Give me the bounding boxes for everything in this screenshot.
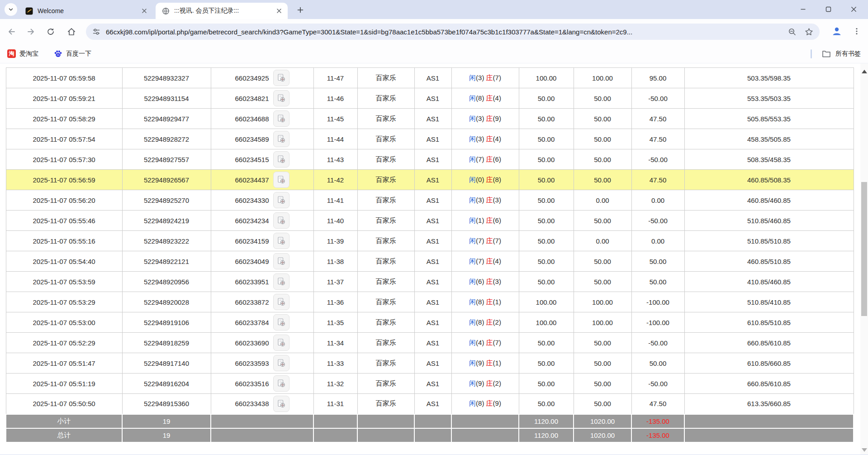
table-row: 2025-11-07 05:53:00522948919106660233784… xyxy=(6,312,854,333)
bookmark-star-icon[interactable] xyxy=(805,28,813,36)
cell-game-type: 百家乐 xyxy=(357,374,414,394)
cell-bet-id: 522948920956 xyxy=(122,272,211,292)
browser-toolbar: 66cxkj98.com/ipl/portal.php/game/betreco… xyxy=(0,19,868,44)
game-id-text: 660234049 xyxy=(235,258,269,265)
page-scrollbar[interactable] xyxy=(860,63,868,455)
video-replay-button[interactable] xyxy=(273,314,289,330)
cell-time: 2025-11-07 05:53:59 xyxy=(6,272,122,292)
video-replay-button[interactable] xyxy=(273,90,289,106)
video-replay-button[interactable] xyxy=(273,172,289,188)
forward-button[interactable] xyxy=(23,24,39,40)
cell-bet-id: 522948919106 xyxy=(122,312,211,333)
tab-close-icon[interactable] xyxy=(140,7,148,15)
bookmarks-bar: 淘 爱淘宝 du 百度一下 所有书签 xyxy=(0,44,868,63)
game-id-text: 660233516 xyxy=(235,380,269,388)
all-bookmarks[interactable]: 所有书签 xyxy=(811,49,861,58)
video-replay-button[interactable] xyxy=(273,273,289,290)
banker-label: 庄 xyxy=(486,237,493,244)
video-replay-button[interactable] xyxy=(273,110,289,127)
tab-close-icon[interactable] xyxy=(275,7,283,15)
player-count: (8) xyxy=(476,318,486,326)
maximize-button[interactable] xyxy=(816,1,841,17)
video-replay-button[interactable] xyxy=(273,192,289,208)
cell-bet-amount: 50.00 xyxy=(519,272,574,292)
video-replay-icon xyxy=(276,277,286,287)
player-label: 闲 xyxy=(469,237,476,244)
cell-bet-detail: 闲(7) 庄(4) xyxy=(451,251,519,272)
minimize-button[interactable] xyxy=(790,1,816,17)
footer-count: 19 xyxy=(122,428,211,442)
video-replay-button[interactable] xyxy=(273,151,289,168)
cell-balance: 660.85/610.85 xyxy=(684,333,854,353)
cell-bet-detail: 闲(8) 庄(4) xyxy=(451,88,519,109)
profile-button[interactable] xyxy=(829,24,844,39)
tab-search-button[interactable] xyxy=(5,3,17,16)
player-label: 闲 xyxy=(469,278,476,285)
footer-empty xyxy=(211,428,313,442)
scroll-up-icon[interactable] xyxy=(862,70,867,73)
cell-bet-id: 522948917140 xyxy=(122,353,211,374)
cell-valid-amount: 0.00 xyxy=(574,190,631,211)
cell-valid-amount: 100.00 xyxy=(574,292,631,312)
video-replay-button[interactable] xyxy=(273,70,289,86)
video-replay-button[interactable] xyxy=(273,253,289,269)
tab-betrecord[interactable]: :::视讯. 会员下注纪录::: xyxy=(156,3,288,19)
video-replay-button[interactable] xyxy=(273,335,289,351)
cell-table: AS1 xyxy=(414,170,451,190)
reload-button[interactable] xyxy=(43,24,59,40)
footer-valid-amount: 1020.00 xyxy=(574,428,631,442)
cell-period: 11-39 xyxy=(313,231,357,251)
bookmarks-divider xyxy=(811,49,812,58)
cell-bet-amount: 50.00 xyxy=(519,88,574,109)
video-replay-button[interactable] xyxy=(273,375,289,392)
new-tab-button[interactable] xyxy=(295,5,306,15)
game-id-text: 660234159 xyxy=(235,237,269,245)
video-replay-button[interactable] xyxy=(273,294,289,310)
player-label: 闲 xyxy=(469,176,476,183)
cell-period: 11-32 xyxy=(313,374,357,394)
cell-game-id: 660234159 xyxy=(211,231,313,251)
menu-button[interactable] xyxy=(849,24,864,39)
table-row: 2025-11-07 05:51:47522948917140660233593… xyxy=(6,353,854,374)
banker-count: (9) xyxy=(493,115,501,122)
cell-time: 2025-11-07 05:51:19 xyxy=(6,374,122,394)
tune-icon[interactable] xyxy=(92,28,100,36)
zoom-out-icon[interactable] xyxy=(788,28,797,36)
scroll-down-icon[interactable] xyxy=(862,448,867,452)
cell-table: AS1 xyxy=(414,333,451,353)
url-text[interactable]: 66cxkj98.com/ipl/portal.php/game/betreco… xyxy=(106,28,783,36)
bookmark-baidu[interactable]: du 百度一下 xyxy=(52,48,93,60)
close-window-button[interactable] xyxy=(841,1,866,17)
bet-records-table: 2025-11-07 05:59:58522948932327660234925… xyxy=(5,67,854,443)
player-count: (9) xyxy=(476,359,486,367)
cell-game-id: 660233951 xyxy=(211,272,313,292)
game-id-text: 660234925 xyxy=(235,74,269,82)
scrollbar-thumb[interactable] xyxy=(861,182,867,316)
bookmark-label: 百度一下 xyxy=(66,50,91,58)
cell-game-id: 660233872 xyxy=(211,292,313,312)
cell-bet-id: 522948916204 xyxy=(122,374,211,394)
cell-table: AS1 xyxy=(414,272,451,292)
footer-empty xyxy=(357,428,414,442)
banker-label: 庄 xyxy=(486,278,493,285)
video-replay-button[interactable] xyxy=(273,131,289,147)
banker-count: (1) xyxy=(493,298,501,306)
video-replay-button[interactable] xyxy=(273,212,289,229)
profile-avatar-icon xyxy=(831,26,842,37)
cell-game-type: 百家乐 xyxy=(357,88,414,109)
video-replay-button[interactable] xyxy=(273,233,289,249)
cell-game-type: 百家乐 xyxy=(357,353,414,374)
video-replay-icon xyxy=(276,114,286,124)
player-count: (3) xyxy=(476,74,486,81)
bookmark-taobao[interactable]: 淘 爱淘宝 xyxy=(5,48,40,60)
url-bar[interactable]: 66cxkj98.com/ipl/portal.php/game/betreco… xyxy=(86,24,820,40)
table-row: 2025-11-07 05:59:21522948931154660234821… xyxy=(6,88,854,109)
banker-count: (7) xyxy=(493,237,501,244)
home-button[interactable] xyxy=(63,24,80,40)
player-label: 闲 xyxy=(469,339,476,346)
video-replay-button[interactable] xyxy=(273,355,289,371)
video-replay-button[interactable] xyxy=(273,396,289,412)
back-button[interactable] xyxy=(4,24,20,40)
tab-welcome[interactable]: Welcome xyxy=(19,3,153,19)
table-row: 2025-11-07 05:54:40522948922121660234049… xyxy=(6,251,854,272)
